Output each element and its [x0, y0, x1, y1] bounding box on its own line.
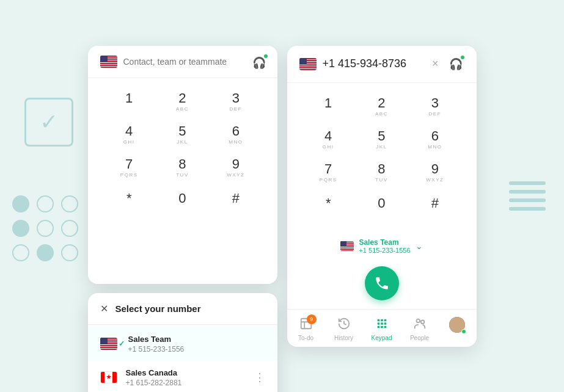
nav-history[interactable]: History	[325, 314, 363, 344]
headset-badge: 🎧	[447, 56, 464, 73]
key-0[interactable]: 0	[355, 189, 408, 225]
us-flag-icon	[100, 338, 117, 350]
svg-point-14	[420, 320, 424, 324]
key-8[interactable]: 8TUV	[156, 151, 209, 184]
key-7[interactable]: 7PQRS	[103, 151, 156, 184]
left-panel-header: 🎧	[88, 46, 277, 78]
clear-number-button[interactable]: ×	[432, 57, 439, 70]
key-hash[interactable]: #	[209, 184, 262, 220]
bg-lines	[509, 181, 546, 211]
right-panel-header: +1 415-934-8736 × 🎧	[287, 46, 477, 83]
list-item[interactable]: Sales Canada +1 615-282-2881 ⋮	[88, 361, 277, 393]
online-status-dot	[460, 54, 466, 60]
svg-marker-0	[106, 374, 111, 379]
left-keypad: 1 2ABC 3DEF 4GHI 5JKL 6MNO 7PQRS 8TUV 9W…	[88, 78, 277, 220]
svg-rect-4	[377, 319, 379, 321]
svg-rect-7	[377, 322, 379, 325]
caller-id-name: Sales Team	[359, 238, 410, 247]
key-9[interactable]: 9WXYZ	[209, 151, 262, 184]
headset-badge: 🎧	[251, 54, 268, 71]
key-1[interactable]: 1	[302, 90, 355, 123]
key-5[interactable]: 5JKL	[355, 123, 408, 156]
svg-rect-9	[384, 322, 386, 325]
bg-line	[509, 181, 546, 185]
nav-keypad[interactable]: Keypad	[363, 314, 401, 344]
right-keypad: 1 2ABC 3DEF 4GHI 5JKL 6MNO 7PQRS 8TUV 9W…	[287, 83, 477, 232]
key-star[interactable]: *	[302, 189, 355, 225]
key-5[interactable]: 5JKL	[156, 118, 209, 151]
nav-people[interactable]: People	[401, 314, 439, 344]
caller-id-flag	[340, 241, 354, 251]
bg-circle	[61, 220, 78, 237]
bg-circle	[61, 195, 78, 212]
selector-title: Select your number	[115, 303, 201, 314]
number-item-name: Sales Canada	[126, 368, 254, 377]
list-item[interactable]: ✓ Sales Team +1 515-233-1556	[88, 327, 277, 361]
nav-todo[interactable]: 9 To-do	[287, 314, 325, 344]
right-keypad-grid: 1 2ABC 3DEF 4GHI 5JKL 6MNO 7PQRS 8TUV 9W…	[302, 90, 462, 225]
avatar-container	[449, 317, 466, 334]
call-button[interactable]	[365, 266, 399, 300]
key-1[interactable]: 1	[103, 85, 156, 118]
us-flag-icon	[299, 58, 317, 70]
caller-id-number: +1 515-233-1556	[359, 247, 410, 254]
bottom-nav: 9 To-do History	[287, 309, 477, 347]
key-hash[interactable]: #	[408, 189, 461, 225]
bg-check-icon	[24, 98, 73, 147]
number-item-info: Sales Team +1 515-233-1556	[128, 335, 265, 354]
avatar-online-dot	[461, 329, 466, 334]
history-icon	[337, 317, 351, 333]
search-input[interactable]	[123, 57, 265, 67]
key-2[interactable]: 2ABC	[355, 90, 408, 123]
number-item-name: Sales Team	[128, 335, 265, 344]
svg-rect-12	[384, 325, 386, 328]
left-panel-inner: 🎧 1 2ABC 3DEF 4GHI 5JKL 6MNO 7PQRS 8TUV …	[88, 46, 277, 284]
call-button-container	[287, 260, 477, 309]
left-keypad-grid: 1 2ABC 3DEF 4GHI 5JKL 6MNO 7PQRS 8TUV 9W…	[103, 85, 263, 220]
close-selector-button[interactable]: ✕	[100, 303, 108, 314]
number-list: ✓ Sales Team +1 515-233-1556	[88, 325, 277, 393]
key-9[interactable]: 9WXYZ	[408, 156, 461, 189]
key-6[interactable]: 6MNO	[408, 123, 461, 156]
svg-rect-11	[381, 325, 383, 328]
caller-id-selector[interactable]: Sales Team +1 515-233-1556 ⌄	[287, 232, 477, 260]
bg-circle	[12, 195, 29, 212]
svg-point-13	[416, 319, 420, 322]
todo-badge: 9	[307, 314, 317, 324]
key-6[interactable]: 6MNO	[209, 118, 262, 151]
ca-flag-icon	[100, 371, 117, 383]
bg-circle	[37, 220, 54, 237]
online-status-dot	[263, 53, 269, 59]
number-item-info: Sales Canada +1 615-282-2881	[126, 368, 254, 387]
key-star[interactable]: *	[103, 184, 156, 220]
key-7[interactable]: 7PQRS	[302, 156, 355, 189]
people-icon	[413, 317, 427, 333]
key-3[interactable]: 3DEF	[209, 85, 262, 118]
number-selector-header: ✕ Select your number	[88, 293, 277, 325]
bg-line	[509, 207, 546, 211]
key-8[interactable]: 8TUV	[355, 156, 408, 189]
more-options-button[interactable]: ⋮	[254, 371, 265, 384]
number-item-phone: +1 615-282-2881	[126, 379, 254, 387]
key-4[interactable]: 4GHI	[103, 118, 156, 151]
svg-rect-5	[381, 319, 383, 321]
svg-rect-10	[377, 325, 379, 328]
bg-circle	[12, 220, 29, 237]
key-3[interactable]: 3DEF	[408, 90, 461, 123]
people-label: People	[410, 335, 429, 341]
phone-icon	[374, 275, 390, 291]
bg-line	[509, 198, 546, 202]
us-flag-icon[interactable]	[100, 56, 117, 68]
key-2[interactable]: 2ABC	[156, 85, 209, 118]
svg-rect-8	[381, 322, 383, 325]
keypad-icon	[375, 317, 389, 333]
key-4[interactable]: 4GHI	[302, 123, 355, 156]
chevron-down-icon[interactable]: ⌄	[416, 241, 423, 251]
bg-circles	[12, 195, 78, 261]
bg-circle	[61, 244, 78, 261]
key-0[interactable]: 0	[156, 184, 209, 220]
bg-circle	[37, 195, 54, 212]
nav-avatar[interactable]: ·	[439, 314, 477, 344]
phone-number-display: +1 415-934-8736	[323, 57, 426, 70]
bg-line	[509, 190, 546, 194]
